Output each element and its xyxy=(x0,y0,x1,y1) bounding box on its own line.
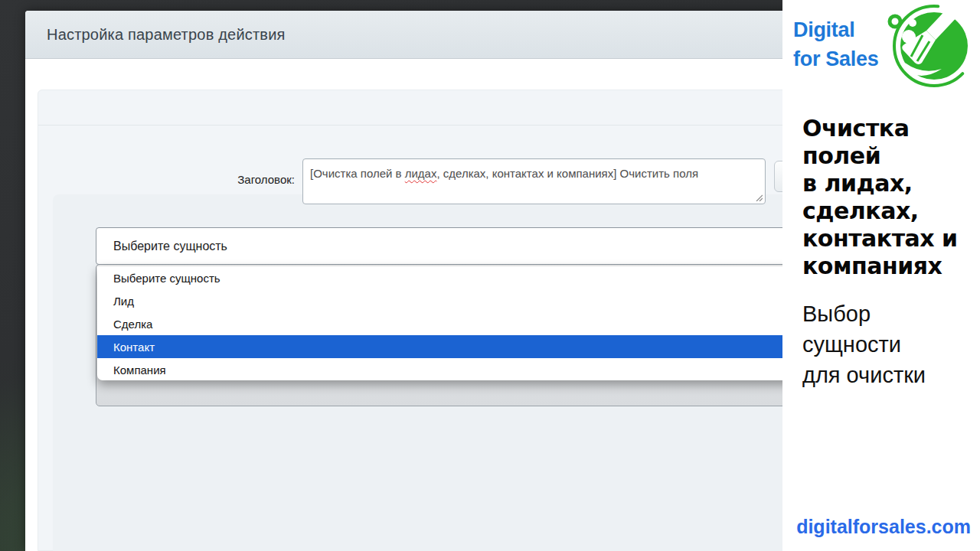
website-link[interactable]: digitalforsales.com xyxy=(796,516,971,538)
dropdown-option-company[interactable]: Компания xyxy=(97,358,822,380)
subheading-line: сущности xyxy=(802,329,926,360)
heading-line: компаниях xyxy=(802,253,958,280)
logo-line-2: for Sales xyxy=(793,44,878,73)
promo-side-panel: Digital for Sales Очистка полей в лидах,… xyxy=(782,0,980,551)
title-field-label: Заголовок: xyxy=(163,173,295,186)
dialog-title: Настройка параметров действия xyxy=(47,26,286,44)
heading-line: в лидах, xyxy=(802,170,958,197)
logo-text: Digital for Sales xyxy=(793,15,878,73)
panel-divider xyxy=(38,125,795,126)
entity-dropdown-list: Выберите сущность Лид Сделка Контакт Ком… xyxy=(97,266,822,380)
heading-line: Очистка xyxy=(802,115,958,142)
entity-select-value: Выберите сущность xyxy=(113,240,227,253)
dropdown-option-placeholder[interactable]: Выберите сущность xyxy=(97,266,822,289)
heading-line: сделках, xyxy=(802,197,958,225)
title-text-pre: [Очистка полей в xyxy=(310,167,405,180)
dropdown-option-lead[interactable]: Лид xyxy=(97,289,822,312)
textarea-resize-handle[interactable] xyxy=(755,194,763,201)
subheading-line: для очистки xyxy=(802,360,926,390)
dropdown-option-deal[interactable]: Сделка xyxy=(97,312,822,335)
dialog-header: Настройка параметров действия xyxy=(25,11,796,59)
broom-cleaning-icon xyxy=(885,3,978,87)
action-settings-dialog: Настройка параметров действия Заголовок:… xyxy=(25,11,796,551)
entity-select[interactable]: Выберите сущность xyxy=(96,227,822,265)
title-text-misspelled: лидах xyxy=(405,167,437,180)
panel-heading: Очистка полей в лидах, сделках, контакта… xyxy=(802,115,958,280)
dropdown-option-contact[interactable]: Контакт xyxy=(97,335,822,358)
title-text-post: , сделках, контактах и компаниях] Очисти… xyxy=(436,167,698,180)
heading-line: контактах и xyxy=(802,225,958,253)
heading-line: полей xyxy=(802,142,958,170)
logo-line-1: Digital xyxy=(793,15,878,44)
panel-subheading: Выбор сущности для очистки xyxy=(802,298,926,390)
subheading-line: Выбор xyxy=(802,298,926,329)
title-textarea[interactable]: [Очистка полей в лидах, сделках, контакт… xyxy=(302,158,766,204)
